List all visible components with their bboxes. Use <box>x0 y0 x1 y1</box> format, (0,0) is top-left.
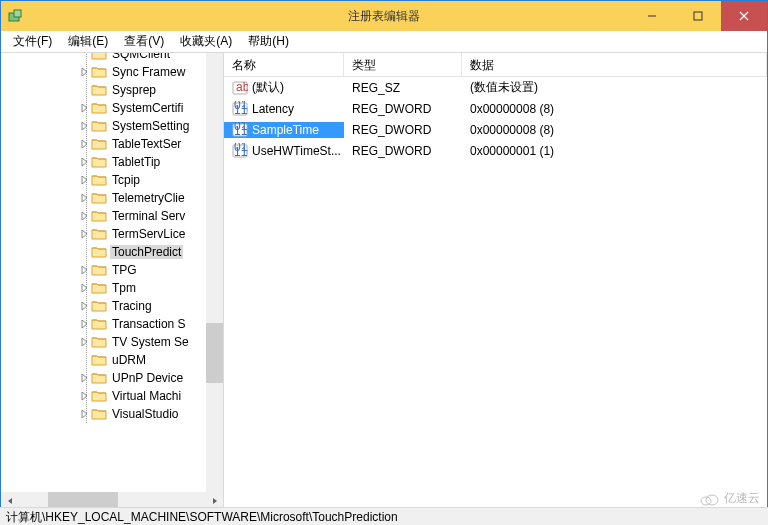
tree-item-label: SQMClient <box>110 53 172 61</box>
tree-expander-icon[interactable] <box>79 319 89 329</box>
tree-item[interactable]: Tpm <box>1 279 211 297</box>
svg-marker-17 <box>82 302 87 310</box>
tree-item[interactable]: TabletTip <box>1 153 211 171</box>
tree-expander-icon[interactable] <box>79 67 89 77</box>
scrollbar-thumb[interactable] <box>206 323 223 383</box>
tree-item[interactable]: Tracing <box>1 297 211 315</box>
list-row[interactable]: ab(默认)REG_SZ(数值未设置) <box>224 77 767 98</box>
tree-view[interactable]: SQMClientSync FramewSysprepSystemCertifi… <box>1 53 211 423</box>
tree-expander-icon[interactable] <box>79 391 89 401</box>
tree-expander-icon[interactable] <box>79 229 89 239</box>
menu-favorites[interactable]: 收藏夹(A) <box>172 31 240 52</box>
tree-item[interactable]: uDRM <box>1 351 211 369</box>
tree-item[interactable]: Sync Framew <box>1 63 211 81</box>
maximize-button[interactable] <box>675 1 721 31</box>
cell-name: ab(默认) <box>224 79 344 96</box>
tree-expander-icon[interactable] <box>79 301 89 311</box>
svg-text:ab: ab <box>236 80 248 94</box>
tree-item[interactable]: Virtual Machi <box>1 387 211 405</box>
tree-expander-icon[interactable] <box>79 139 89 149</box>
folder-icon <box>91 137 107 151</box>
list-row[interactable]: 011110LatencyREG_DWORD0x00000008 (8) <box>224 98 767 119</box>
tree-expander-icon[interactable] <box>79 211 89 221</box>
folder-icon <box>91 263 107 277</box>
tree-item-label: SystemCertifi <box>110 101 185 115</box>
tree-item[interactable]: Tcpip <box>1 171 211 189</box>
list-body[interactable]: ab(默认)REG_SZ(数值未设置)011110LatencyREG_DWOR… <box>224 77 767 509</box>
tree-item[interactable]: SystemSetting <box>1 117 211 135</box>
tree-item-label: uDRM <box>110 353 148 367</box>
tree-item-label: Sync Framew <box>110 65 187 79</box>
column-header-data[interactable]: 数据 <box>462 53 767 76</box>
tree-item-label: Virtual Machi <box>110 389 183 403</box>
svg-rect-3 <box>694 12 702 20</box>
folder-icon <box>91 407 107 421</box>
tree-expander-icon[interactable] <box>79 373 89 383</box>
tree-item[interactable]: Sysprep <box>1 81 211 99</box>
tree-item[interactable]: TPG <box>1 261 211 279</box>
minimize-button[interactable] <box>629 1 675 31</box>
list-row[interactable]: 011110SampleTimeREG_DWORD0x00000008 (8) <box>224 119 767 140</box>
folder-icon <box>91 317 107 331</box>
folder-icon <box>91 371 107 385</box>
tree-expander-icon[interactable] <box>79 283 89 293</box>
tree-item[interactable]: SQMClient <box>1 53 211 63</box>
folder-icon <box>91 101 107 115</box>
folder-icon <box>91 209 107 223</box>
tree-expander-icon[interactable] <box>79 175 89 185</box>
menu-edit[interactable]: 编辑(E) <box>60 31 116 52</box>
folder-icon <box>91 281 107 295</box>
folder-icon <box>91 227 107 241</box>
titlebar[interactable]: 注册表编辑器 <box>1 1 767 31</box>
menu-help[interactable]: 帮助(H) <box>240 31 297 52</box>
tree-item[interactable]: TelemetryClie <box>1 189 211 207</box>
svg-marker-6 <box>82 68 87 76</box>
folder-icon <box>91 245 107 259</box>
tree-item[interactable]: UPnP Device <box>1 369 211 387</box>
tree-item[interactable]: SystemCertifi <box>1 99 211 117</box>
menu-file[interactable]: 文件(F) <box>5 31 60 52</box>
folder-icon <box>91 191 107 205</box>
string-value-icon: ab <box>232 80 248 96</box>
tree-item[interactable]: TouchPredict <box>1 243 211 261</box>
tree-expander-icon[interactable] <box>79 409 89 419</box>
svg-point-37 <box>706 495 718 505</box>
svg-text:110: 110 <box>234 124 248 138</box>
column-header-type[interactable]: 类型 <box>344 53 462 76</box>
list-row[interactable]: 011110UseHWTimeSt...REG_DWORD0x00000001 … <box>224 140 767 161</box>
tree-item-label: TelemetryClie <box>110 191 187 205</box>
cell-data: 0x00000008 (8) <box>462 102 767 116</box>
menu-view[interactable]: 查看(V) <box>116 31 172 52</box>
tree-item[interactable]: TableTextSer <box>1 135 211 153</box>
close-button[interactable] <box>721 1 767 31</box>
tree-expander-icon[interactable] <box>79 193 89 203</box>
binary-value-icon: 011110 <box>232 143 248 159</box>
tree-expander-icon[interactable] <box>79 121 89 131</box>
tree-expander-icon[interactable] <box>79 265 89 275</box>
svg-marker-7 <box>82 104 87 112</box>
tree-expander-icon[interactable] <box>79 157 89 167</box>
tree-item-label: SystemSetting <box>110 119 191 133</box>
tree-item-label: TableTextSer <box>110 137 183 151</box>
tree-item-label: UPnP Device <box>110 371 185 385</box>
tree-item[interactable]: TermServLice <box>1 225 211 243</box>
svg-text:110: 110 <box>234 145 248 159</box>
svg-marker-14 <box>82 230 87 238</box>
tree-item-label: TV System Se <box>110 335 191 349</box>
tree-item-label: Sysprep <box>110 83 158 97</box>
tree-item-label: Terminal Serv <box>110 209 187 223</box>
tree-item[interactable]: TV System Se <box>1 333 211 351</box>
tree-vertical-scrollbar[interactable] <box>206 53 223 492</box>
tree-item[interactable]: Transaction S <box>1 315 211 333</box>
folder-icon <box>91 65 107 79</box>
tree-item[interactable]: VisualStudio <box>1 405 211 423</box>
tree-item[interactable]: Terminal Serv <box>1 207 211 225</box>
watermark-text: 亿速云 <box>724 490 760 507</box>
tree-expander-icon[interactable] <box>79 103 89 113</box>
svg-marker-22 <box>82 410 87 418</box>
tree-item-label: TPG <box>110 263 139 277</box>
tree-expander-icon[interactable] <box>79 337 89 347</box>
tree-item-label: TouchPredict <box>110 245 183 259</box>
column-header-name[interactable]: 名称 <box>224 53 344 76</box>
svg-marker-18 <box>82 320 87 328</box>
